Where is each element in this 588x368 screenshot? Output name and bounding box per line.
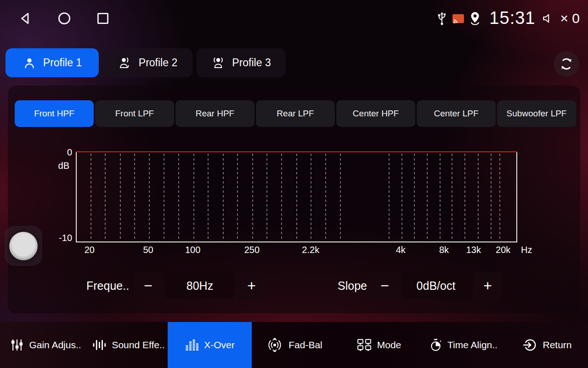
x-axis-unit-label: Hz: [521, 245, 532, 255]
chart-gridline: [237, 154, 238, 241]
floating-assistive-knob[interactable]: [5, 226, 42, 266]
speaker-muted-icon: [542, 12, 555, 24]
chart-gridline: [223, 154, 224, 241]
chart-gridline: [252, 154, 253, 241]
profile-label: Profile 2: [139, 57, 177, 69]
reset-sync-button[interactable]: [554, 51, 579, 77]
chart-gridline: [325, 154, 326, 241]
nav-label: Return: [543, 339, 571, 351]
slope-minus-button[interactable]: −: [370, 272, 399, 299]
chart-gridline: [414, 154, 415, 241]
volume-level-text: × 0: [560, 11, 580, 26]
status-icons-cluster: 15:31 × 0: [436, 0, 580, 37]
nav-fad-bal[interactable]: Fad-Bal: [262, 322, 327, 368]
nav-label: X-Over: [204, 339, 235, 351]
nav-label: Time Align..: [447, 339, 498, 351]
slope-value: 0dB/oct: [402, 272, 470, 299]
user-3-icon: [211, 56, 225, 70]
user-2-icon: [118, 56, 132, 70]
y-axis-tick-0: 0: [54, 147, 72, 158]
nav-time-alignment[interactable]: Time Align..: [423, 322, 504, 368]
chart-gridline: [401, 154, 402, 241]
x-axis-tick: 50: [143, 245, 153, 255]
chart-gridline: [266, 154, 267, 241]
x-axis-tick: 20: [85, 245, 95, 255]
android-recents-button[interactable]: [94, 9, 112, 28]
nav-label: Sound Effe..: [112, 339, 164, 351]
profile-2-button[interactable]: Profile 2: [103, 48, 192, 77]
time-alignment-icon: [430, 339, 442, 352]
clock: 15:31: [489, 8, 535, 28]
chart-gridline: [340, 154, 341, 241]
x-axis-tick: 20k: [496, 245, 510, 255]
x-axis-tick: 2.2k: [302, 245, 319, 255]
chart-x-ticks: 20501002502.2k4k8k13k20k: [76, 245, 517, 259]
chart-gridline: [120, 154, 121, 241]
chart-gridline: [440, 154, 441, 241]
chart-plot-area: [76, 152, 517, 242]
slope-label: Slope: [338, 272, 367, 299]
home-circle-icon: [57, 11, 72, 26]
chart-gridline: [208, 154, 209, 241]
profile-3-button[interactable]: Profile 3: [197, 48, 286, 77]
profile-label: Profile 3: [232, 57, 271, 69]
nav-sound-effects[interactable]: Sound Effe..: [88, 322, 169, 368]
status-bar: 15:31 × 0: [0, 0, 588, 37]
equalizer-icon: [185, 339, 198, 351]
recents-square-icon: [95, 11, 111, 26]
nav-label: Fad-Bal: [288, 339, 322, 351]
chart-gridline: [164, 154, 164, 241]
frequency-minus-button[interactable]: −: [134, 272, 163, 299]
android-home-button[interactable]: [55, 9, 74, 28]
android-back-button[interactable]: [17, 9, 35, 28]
x-axis-tick: 100: [185, 245, 200, 255]
frequency-plus-button[interactable]: +: [237, 272, 266, 299]
x-axis-tick: 4k: [396, 245, 406, 255]
user-icon: [23, 56, 36, 70]
chart-gridline: [478, 154, 479, 241]
y-axis-tick-minus10: -10: [49, 233, 72, 243]
xover-panel: Front HPF Front LPF Rear HPF Rear LPF Ce…: [8, 86, 580, 313]
chart-gridline: [90, 154, 91, 241]
gain-sliders-icon: [11, 339, 23, 351]
frequency-label: Freque..: [86, 272, 129, 299]
profile-bar: Profile 1 Profile 2: [6, 48, 286, 77]
return-icon: [523, 338, 537, 352]
x-axis-tick: 8k: [439, 245, 449, 255]
nav-mode[interactable]: Mode: [352, 322, 406, 368]
profile-1-button[interactable]: Profile 1: [6, 48, 99, 77]
chart-gridline: [281, 154, 282, 241]
chart-gridline: [491, 154, 492, 241]
screen-cast-icon: [452, 13, 464, 24]
bottom-nav-bar: Gain Adjus.. Sound Effe..: [0, 322, 588, 368]
sound-effect-icon: [92, 339, 106, 351]
response-curve: [76, 151, 517, 152]
frequency-value: 80Hz: [165, 272, 234, 299]
location-icon: [469, 11, 481, 26]
fade-balance-icon: [266, 338, 283, 352]
chart-gridline: [427, 154, 428, 241]
chart-gridline: [193, 154, 194, 241]
nav-label: Mode: [377, 339, 401, 351]
nav-xover[interactable]: X-Over: [168, 322, 252, 368]
sync-arrows-icon: [559, 57, 574, 71]
chart-gridline: [134, 154, 135, 241]
profile-label: Profile 1: [43, 57, 82, 69]
chart-gridline: [311, 154, 311, 241]
chart-gridline: [499, 154, 500, 241]
back-triangle-icon: [18, 11, 34, 26]
nav-return[interactable]: Return: [519, 322, 576, 368]
chart-gridline: [452, 154, 452, 241]
chart-gridline: [105, 154, 106, 241]
y-axis-unit-label: dB: [51, 161, 69, 171]
nav-gain-adjust[interactable]: Gain Adjus..: [6, 322, 85, 368]
chart-gridline: [389, 154, 390, 241]
chart-gridline: [464, 154, 465, 241]
x-axis-tick: 13k: [466, 245, 481, 255]
slope-plus-button[interactable]: +: [473, 272, 502, 299]
head-unit-screen: 15:31 × 0 Profile 1: [0, 0, 588, 368]
chart-gridline: [149, 154, 150, 241]
nav-label: Gain Adjus..: [29, 339, 81, 351]
usb-icon: [436, 11, 448, 26]
chart-gridline: [178, 154, 179, 241]
